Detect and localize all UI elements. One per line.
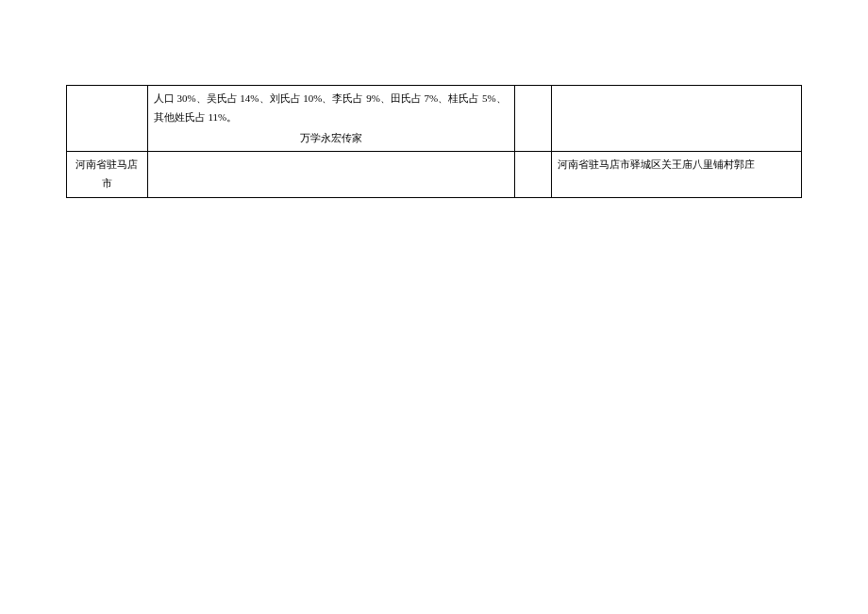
- cell-signature: 万学永宏传家: [154, 129, 509, 148]
- cell-r2-c2: [147, 152, 515, 198]
- cell-text: 河南省驻马店市驿城区关王庙八里铺村郭庄: [558, 158, 755, 170]
- cell-r2-c3: [515, 152, 552, 198]
- data-table: 人口 30%、吴氏占 14%、刘氏占 10%、李氏占 9%、田氏占 7%、桂氏占…: [66, 85, 802, 198]
- cell-r1-c1: [67, 86, 148, 152]
- cell-r2-c4: 河南省驻马店市驿城区关王庙八里铺村郭庄: [552, 152, 802, 198]
- cell-r1-c4: [552, 86, 802, 152]
- cell-text-line1: 人口 30%、吴氏占 14%、刘氏占 10%、李氏占 9%、田氏占 7%、桂氏占…: [154, 92, 507, 123]
- cell-text: 河南省驻马店市: [75, 158, 138, 189]
- table-row: 人口 30%、吴氏占 14%、刘氏占 10%、李氏占 9%、田氏占 7%、桂氏占…: [67, 86, 802, 152]
- document-table-container: 人口 30%、吴氏占 14%、刘氏占 10%、李氏占 9%、田氏占 7%、桂氏占…: [66, 85, 802, 198]
- cell-r1-c2: 人口 30%、吴氏占 14%、刘氏占 10%、李氏占 9%、田氏占 7%、桂氏占…: [147, 86, 515, 152]
- cell-r2-c1: 河南省驻马店市: [67, 152, 148, 198]
- cell-r1-c3: [515, 86, 552, 152]
- table-row: 河南省驻马店市 河南省驻马店市驿城区关王庙八里铺村郭庄: [67, 152, 802, 198]
